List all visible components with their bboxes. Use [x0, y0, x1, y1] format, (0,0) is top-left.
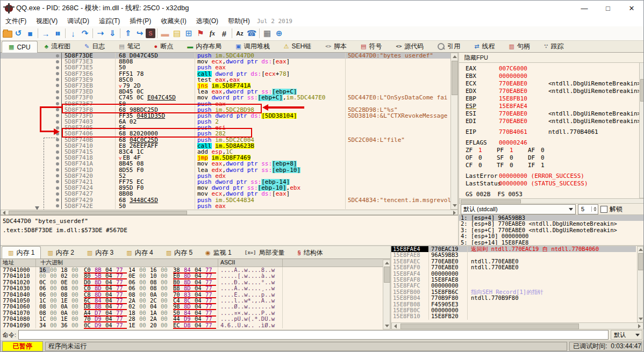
tab-memory-map[interactable]: ▬内存布局 — [180, 40, 228, 52]
register-row[interactable]: EAX007C6000 — [466, 65, 644, 73]
pause-icon[interactable]: ▮▮ — [52, 27, 63, 39]
scroll-thumb[interactable] — [9, 211, 187, 215]
run-icon[interactable]: → — [40, 27, 52, 39]
disasm-row[interactable]: 5D8F742E50push eax — [1, 203, 458, 209]
stack-row[interactable]: 15E8FAF0770EABE0ntdll.770EABE0 — [391, 264, 636, 270]
tab-breakpoints[interactable]: ●断点 — [147, 40, 181, 52]
scroll-left-icon[interactable] — [3, 211, 5, 215]
breakpoint-dot-icon[interactable] — [56, 108, 59, 111]
breakpoint-dot-icon[interactable] — [56, 174, 59, 177]
breakpoint-dot-icon[interactable] — [56, 102, 59, 105]
breakpoint-dot-icon[interactable] — [56, 198, 59, 202]
globe-icon[interactable]: ⊕ — [273, 27, 285, 39]
step-out-icon[interactable]: ⇓ — [106, 27, 118, 39]
scroll-up-icon[interactable] — [639, 248, 643, 251]
breakpoint-dot-icon[interactable] — [56, 54, 59, 58]
labels-icon[interactable]: ⊞ — [183, 27, 195, 39]
disassembly-hscrollbar[interactable] — [1, 210, 458, 215]
strings-az-icon[interactable]: Az — [234, 27, 246, 39]
scroll-down-icon[interactable] — [385, 325, 389, 327]
breakpoint-dot-icon[interactable] — [56, 60, 59, 63]
register-row[interactable]: EDX770EABE0<ntdll.DbgUiRemoteBreakin> — [466, 88, 644, 95]
breakpoint-dot-icon[interactable] — [56, 186, 59, 190]
tab-symbols[interactable]: ▤符号 — [354, 40, 389, 52]
breakpoint-dot-icon[interactable] — [56, 150, 59, 154]
run-to-cursor-icon[interactable]: ⇢ — [95, 27, 106, 39]
register-row[interactable]: ESP15E8FAE4 — [466, 103, 644, 110]
breakpoint-dot-icon[interactable] — [56, 144, 59, 147]
dump-tab-locals[interactable]: [x=]局部变量 — [238, 246, 291, 258]
stack-hscrollbar[interactable] — [391, 322, 643, 329]
hash-icon[interactable]: # — [218, 27, 230, 39]
script-run-icon[interactable]: S — [146, 28, 155, 38]
breakpoint-dot-icon[interactable] — [56, 84, 59, 87]
breakpoint-dot-icon[interactable] — [56, 192, 59, 196]
stack-view[interactable]: 15E8FAE4770EAC19返回到 ntdll.770EAC19 自 ntd… — [391, 246, 636, 322]
breakpoint-dot-icon[interactable] — [56, 90, 59, 94]
menu-item[interactable]: 视图(V) — [31, 16, 62, 27]
scroll-thumb[interactable] — [400, 324, 579, 329]
tab-source-code[interactable]: <>源代码 — [389, 40, 431, 52]
tab-log[interactable]: ✎日志 — [77, 40, 112, 52]
step-over-icon[interactable]: ↷ — [79, 27, 91, 39]
dump-row[interactable]: 770410801C001E0070D9047728002A0044D90477… — [1, 316, 390, 322]
menu-item[interactable]: 帮助(H) — [223, 16, 255, 27]
menu-item[interactable]: 调试(D) — [62, 16, 94, 27]
tab-seh-chain[interactable]: ⚠SEH链 — [277, 40, 319, 52]
disasm-row[interactable]: 5D8F74278B08mov ecx,dword ptr ds:[eax] — [1, 191, 458, 197]
args-depth-spinner[interactable]: 5 — [578, 204, 598, 214]
registers-hscrollbar[interactable] — [459, 198, 644, 204]
register-row[interactable]: EFLAGS00000246 — [466, 139, 644, 147]
stack-row[interactable]: 15E8FAF815E8FAE8 — [391, 277, 636, 283]
dump-tab-memory-dump[interactable]: ▥内存 4 — [120, 246, 159, 258]
disasm-row[interactable]: 5D8F73F750push eax — [1, 101, 458, 107]
scroll-thumb[interactable] — [638, 253, 643, 270]
tab-trace[interactable]: ∵跟踪 — [537, 40, 571, 52]
breakpoint-dot-icon[interactable] — [56, 168, 59, 171]
disasm-row[interactable]: 5D8F742968 3448C45Dpush im.5DC448345DC44… — [1, 197, 458, 203]
menu-item[interactable]: 选项(O) — [191, 16, 223, 27]
open-file-icon[interactable] — [3, 31, 12, 38]
minimize-button[interactable]: — — [573, 1, 596, 16]
scroll-thumb[interactable] — [452, 61, 458, 95]
registers-vscrollbar[interactable] — [639, 62, 644, 198]
execute-till-return-icon[interactable]: ⇑ — [122, 27, 134, 39]
stack-row[interactable]: 15E8FAE896A59BB3 — [391, 252, 636, 258]
breakpoint-dot-icon[interactable] — [56, 114, 59, 117]
command-profile-select[interactable]: 默认 — [611, 330, 642, 340]
scroll-left-icon[interactable] — [394, 324, 397, 328]
tab-threads[interactable]: ⇄线程 — [467, 40, 502, 52]
stack-row[interactable]: 15E8FB1015E8FB20 — [391, 313, 636, 319]
scroll-thumb[interactable] — [461, 199, 521, 204]
dump-tab-memory-dump[interactable]: ▥内存 5 — [160, 246, 199, 258]
spinner-buttons[interactable] — [591, 206, 598, 212]
disasm-row[interactable]: 5D8F741A8B45 08mov eax,dword ptr ss:[ebp… — [1, 161, 458, 167]
close-button[interactable]: ✕ — [620, 1, 643, 16]
stack-row[interactable]: 15E8FAFC00000000 — [391, 283, 636, 289]
register-row[interactable]: EBX00000000 — [466, 73, 644, 80]
breakpoint-dot-icon[interactable] — [56, 126, 59, 130]
menu-item[interactable]: 收藏夹(I) — [156, 16, 191, 27]
breakpoint-dot-icon[interactable] — [56, 156, 59, 160]
scroll-right-icon[interactable] — [453, 211, 456, 215]
breakpoint-dot-icon[interactable] — [56, 72, 59, 75]
scroll-up-icon[interactable] — [453, 55, 457, 58]
dump-row[interactable]: 7704103006000800C08D047706000800B88D0477… — [1, 285, 390, 291]
register-row[interactable]: EDI770EABE0<ntdll.DbgUiRemoteBreakin> — [466, 118, 644, 125]
tab-cpu[interactable]: ▦CPU — [2, 41, 38, 53]
dump-view[interactable]: 7704100016001800C08B04771400160038840477… — [1, 267, 390, 328]
stop-icon[interactable]: ■ — [24, 27, 36, 39]
phone-icon[interactable]: ☎ — [246, 27, 257, 39]
scroll-down-icon[interactable] — [639, 318, 643, 320]
spin-up-icon[interactable] — [593, 207, 597, 209]
step-into-icon[interactable]: ↓ — [67, 27, 79, 39]
scroll-thumb[interactable] — [384, 267, 390, 283]
stack-row[interactable]: 15E8FB0015E8FB6C指向SEH_Record[1]的指针 — [391, 289, 636, 295]
dump-tab-memory-dump[interactable]: ▥内存 3 — [81, 246, 120, 258]
stack-vscrollbar[interactable] — [637, 246, 643, 322]
unlock-checkbox[interactable] — [600, 206, 607, 213]
disasm-row[interactable]: 5D8F740668 82020000push 282 — [1, 131, 458, 137]
menu-item[interactable]: 文件(F) — [1, 16, 31, 27]
breakpoint-dot-icon[interactable] — [56, 66, 59, 69]
stack-row[interactable]: 15E8FAEC770EABE0ntdll.770EABE0 — [391, 258, 636, 264]
